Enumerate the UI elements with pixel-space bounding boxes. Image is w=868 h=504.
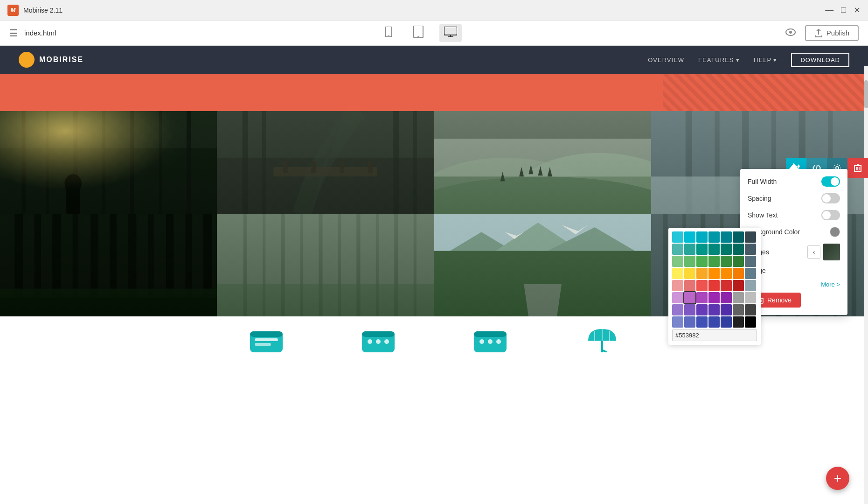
site-logo: MOBIRISE: [19, 52, 83, 68]
color-cell[interactable]: [672, 268, 683, 279]
color-cell[interactable]: [684, 304, 695, 315]
color-cell[interactable]: [672, 304, 683, 315]
desktop-view-button[interactable]: [439, 24, 462, 42]
images-row: Images ‹: [748, 244, 840, 260]
color-cell[interactable]: [672, 280, 683, 291]
color-cell[interactable]: [745, 256, 756, 267]
app-logo: M: [7, 5, 19, 16]
full-width-toggle[interactable]: [821, 176, 840, 187]
delete-button[interactable]: [847, 158, 868, 178]
color-cell[interactable]: [684, 280, 695, 291]
color-cell[interactable]: [721, 304, 732, 315]
color-cell[interactable]: [708, 256, 720, 267]
grid-cell-7: [434, 214, 651, 316]
svg-point-41: [434, 176, 651, 214]
full-width-row: Full Width: [748, 176, 840, 187]
close-button[interactable]: ✕: [854, 5, 861, 15]
color-cell[interactable]: [684, 231, 695, 243]
publish-button[interactable]: Publish: [805, 25, 859, 41]
svg-point-40: [514, 153, 651, 214]
nav-download-button[interactable]: DOWNLOAD: [791, 53, 849, 67]
mobile-view-button[interactable]: [380, 24, 397, 42]
color-cell[interactable]: [721, 256, 732, 267]
color-cell[interactable]: [745, 231, 756, 243]
svg-rect-32: [368, 161, 373, 173]
color-cell[interactable]: [672, 316, 683, 328]
color-cell[interactable]: [684, 244, 695, 255]
color-cell[interactable]: [672, 231, 683, 243]
remove-label: Remove: [767, 296, 792, 304]
color-cell[interactable]: [745, 304, 756, 315]
color-cell[interactable]: [696, 244, 708, 255]
color-cell[interactable]: [733, 280, 744, 291]
color-cell[interactable]: [708, 231, 720, 243]
maximize-button[interactable]: □: [841, 5, 846, 15]
color-cell[interactable]: [745, 268, 756, 279]
fab-add-button[interactable]: +: [826, 467, 849, 490]
show-text-toggle[interactable]: [821, 210, 840, 220]
color-cell[interactable]: [745, 292, 756, 303]
eye-icon: [785, 28, 796, 36]
color-hex-input[interactable]: [672, 329, 757, 341]
color-cell[interactable]: [708, 280, 720, 291]
color-picker: [668, 228, 761, 345]
color-cell[interactable]: [721, 316, 732, 328]
color-cell[interactable]: [721, 280, 732, 291]
color-cell[interactable]: [745, 316, 756, 328]
prev-image-button[interactable]: ‹: [807, 245, 820, 259]
more-link[interactable]: More >: [748, 281, 840, 288]
color-cell[interactable]: [721, 244, 732, 255]
color-cell[interactable]: [684, 268, 695, 279]
color-cell[interactable]: [696, 280, 708, 291]
color-cell[interactable]: [708, 292, 720, 303]
color-cell[interactable]: [708, 244, 720, 255]
color-cell[interactable]: [745, 280, 756, 291]
color-cell[interactable]: [672, 292, 683, 303]
svg-rect-115: [362, 331, 395, 337]
color-cell[interactable]: [733, 268, 744, 279]
svg-rect-109: [255, 343, 271, 346]
svg-rect-89: [434, 251, 651, 316]
color-cell[interactable]: [696, 231, 708, 243]
trash-icon: [854, 164, 861, 172]
color-cell[interactable]: [733, 292, 744, 303]
color-cell[interactable]: [733, 231, 744, 243]
svg-rect-38: [434, 111, 651, 214]
preview-button[interactable]: [785, 28, 796, 38]
bg-color-swatch[interactable]: [830, 227, 840, 237]
tablet-view-button[interactable]: [409, 23, 428, 43]
color-cell[interactable]: [696, 292, 708, 303]
color-cell[interactable]: [721, 292, 732, 303]
color-cell[interactable]: [696, 304, 708, 315]
nav-link-help[interactable]: HELP ▾: [754, 56, 777, 63]
color-cell[interactable]: [733, 256, 744, 267]
color-cell[interactable]: [733, 304, 744, 315]
color-cell[interactable]: [696, 316, 708, 328]
menu-button[interactable]: ☰: [9, 28, 18, 39]
grid-cell-3: [434, 111, 651, 214]
color-cell[interactable]: [721, 231, 732, 243]
color-cell[interactable]: [696, 256, 708, 267]
color-cell[interactable]: [721, 268, 732, 279]
nav-link-overview[interactable]: OVERVIEW: [648, 56, 684, 63]
svg-point-119: [496, 339, 501, 344]
color-cell[interactable]: [733, 244, 744, 255]
svg-rect-31: [340, 161, 344, 173]
nav-link-features[interactable]: FEATURES ▾: [698, 56, 740, 63]
scrollbar[interactable]: [864, 66, 868, 504]
color-cell[interactable]: [696, 268, 708, 279]
spacing-toggle[interactable]: [821, 193, 840, 203]
color-cell[interactable]: [708, 304, 720, 315]
color-cell[interactable]: [708, 316, 720, 328]
site-brand-name: MOBIRISE: [39, 56, 83, 64]
site-nav-links: OVERVIEW FEATURES ▾ HELP ▾ DOWNLOAD: [648, 53, 849, 67]
color-cell[interactable]: [684, 256, 695, 267]
color-cell[interactable]: [745, 244, 756, 255]
color-cell[interactable]: [684, 292, 695, 303]
color-cell[interactable]: [733, 316, 744, 328]
minimize-button[interactable]: —: [825, 5, 833, 15]
color-cell[interactable]: [708, 268, 720, 279]
color-cell[interactable]: [672, 244, 683, 255]
color-cell[interactable]: [684, 316, 695, 328]
color-cell[interactable]: [672, 256, 683, 267]
